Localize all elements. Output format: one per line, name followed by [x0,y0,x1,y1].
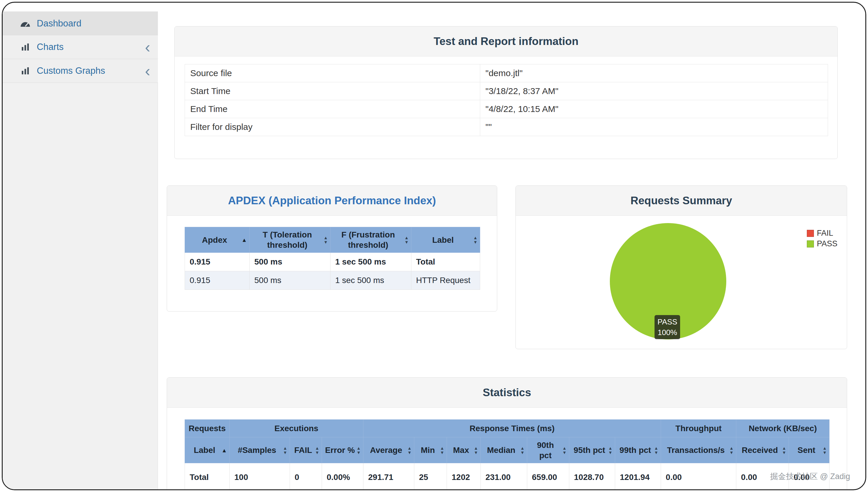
pie-tooltip: PASS 100% [654,315,680,339]
sort-header-average[interactable]: Average [363,437,414,463]
sort-header-sent[interactable]: Sent [789,437,829,463]
sort-header-received[interactable]: Received [736,437,789,463]
cell: 659.00 [527,463,569,491]
info-value: "4/8/22, 10:15 AM" [480,100,828,118]
sort-icon [407,446,412,455]
table-row: End Time "4/8/22, 10:15 AM" [185,100,828,118]
sort-header-samples[interactable]: #Samples [230,437,290,463]
cell: 1202 [447,463,481,491]
cell: 100 [230,463,290,491]
sidebar: Dashboard Charts [3,3,158,489]
sort-header-95th-pct[interactable]: 95th pct [569,437,615,463]
cell: 1 sec 500 ms [331,253,411,271]
cell: 0.00% [322,463,363,491]
sort-icon [782,446,786,455]
statistics-panel: Statistics Requests Executions Response … [167,377,847,490]
requests-summary-title: Requests Summary [516,186,847,216]
cell: 1028.70 [569,463,615,491]
info-value: "" [480,118,828,136]
sidebar-menu: Dashboard Charts [3,11,158,83]
sort-icon [356,446,361,455]
sort-icon [283,446,287,455]
collapse-chevron-icon [145,63,150,79]
cell: 500 ms [250,271,331,290]
sort-header-min[interactable]: Min [414,437,447,463]
table-row: Total 100 0 0.00% 291.71 25 1202 231.00 … [185,463,829,491]
sort-icon [404,236,409,244]
cell: 231.00 [481,463,527,491]
sidebar-item-charts[interactable]: Charts [3,35,158,59]
tooltip-series: PASS [657,317,677,327]
sort-icon [315,446,319,455]
legend-label: FAIL [817,229,833,238]
sort-icon [323,236,328,244]
info-value: "demo.jtl" [480,64,828,82]
cell: 500 ms [250,253,331,271]
sort-icon [440,446,444,455]
sidebar-item-label: Customs Graphs [37,66,105,76]
requests-summary-panel: Requests Summary FAIL PASS PASS 100% [515,186,847,349]
apdex-title: APDEX (Application Performance Index) [167,186,497,216]
sort-header-frustration[interactable]: F (Frustration threshold) [331,227,411,253]
sort-header-fail[interactable]: FAIL [290,437,322,463]
sidebar-item-label: Dashboard [37,18,81,29]
bar-chart-icon [19,65,31,77]
bar-chart-icon [19,41,31,53]
sort-ascending-icon [221,447,227,453]
cell: 0.915 [185,271,250,290]
group-executions: Executions [230,420,363,437]
sort-header-99th-pct[interactable]: 99th pct [615,437,661,463]
info-label: Filter for display [185,118,480,136]
group-network: Network (KB/sec) [736,420,829,437]
info-label: Source file [185,64,480,82]
sidebar-item-customs-graphs[interactable]: Customs Graphs [3,59,158,83]
info-value: "3/18/22, 8:37 AM" [480,82,828,100]
table-row: Filter for display "" [185,118,828,136]
sort-icon [520,446,525,455]
table-row: 0.915 500 ms 1 sec 500 ms HTTP Request [185,271,480,290]
sort-ascending-icon [241,237,247,243]
sort-header-median[interactable]: Median [481,437,527,463]
sort-header-max[interactable]: Max [447,437,481,463]
table-row: Source file "demo.jtl" [185,64,828,82]
sort-header-label[interactable]: Label [411,227,480,253]
cell: 1 sec 500 ms [331,271,411,290]
sort-header-error-pct[interactable]: Error % [322,437,363,463]
statistics-title: Statistics [167,378,847,408]
pie-legend: FAIL PASS [807,229,838,250]
sort-header-apdex[interactable]: Apdex [185,227,250,253]
sort-header-label[interactable]: Label [185,437,230,463]
sort-header-toleration[interactable]: T (Toleration threshold) [250,227,331,253]
legend-item-fail: FAIL [807,229,838,238]
apdex-panel: APDEX (Application Performance Index) Ap… [167,186,497,312]
sort-icon [608,446,612,455]
test-info-panel: Test and Report information Source file … [174,26,838,159]
sort-icon [562,446,566,455]
table-header-row: Label #Samples FAIL Error % [185,437,829,463]
sort-icon [822,446,827,455]
sort-icon [474,446,478,455]
info-label: End Time [185,100,480,118]
sidebar-item-label: Charts [37,42,64,52]
legend-label: PASS [817,239,838,248]
sort-header-transactions[interactable]: Transactions/s [661,437,736,463]
cell: 0.00 [661,463,736,491]
group-throughput: Throughput [661,420,736,437]
cell: 1201.94 [615,463,661,491]
group-response-times: Response Times (ms) [363,420,661,437]
table-group-header-row: Requests Executions Response Times (ms) … [185,420,829,437]
sidebar-item-dashboard[interactable]: Dashboard [3,11,158,35]
cell: 0.915 [185,253,250,271]
test-info-table: Source file "demo.jtl" Start Time "3/18/… [185,64,828,136]
table-row: 0.915 500 ms 1 sec 500 ms Total [185,253,480,271]
watermark: 掘金技术社区 @ Zadig [770,471,850,482]
test-info-title: Test and Report information [175,26,838,56]
info-label: Start Time [185,82,480,100]
apdex-table: Apdex T (Toleration threshold) F (Frustr… [185,227,480,290]
fail-color-swatch [807,230,814,237]
cell: 291.71 [363,463,414,491]
sort-header-90th-pct[interactable]: 90th pct [527,437,569,463]
table-row: Start Time "3/18/22, 8:37 AM" [185,82,828,100]
dashboard-gauge-icon [19,17,31,30]
statistics-table: Requests Executions Response Times (ms) … [185,419,829,490]
